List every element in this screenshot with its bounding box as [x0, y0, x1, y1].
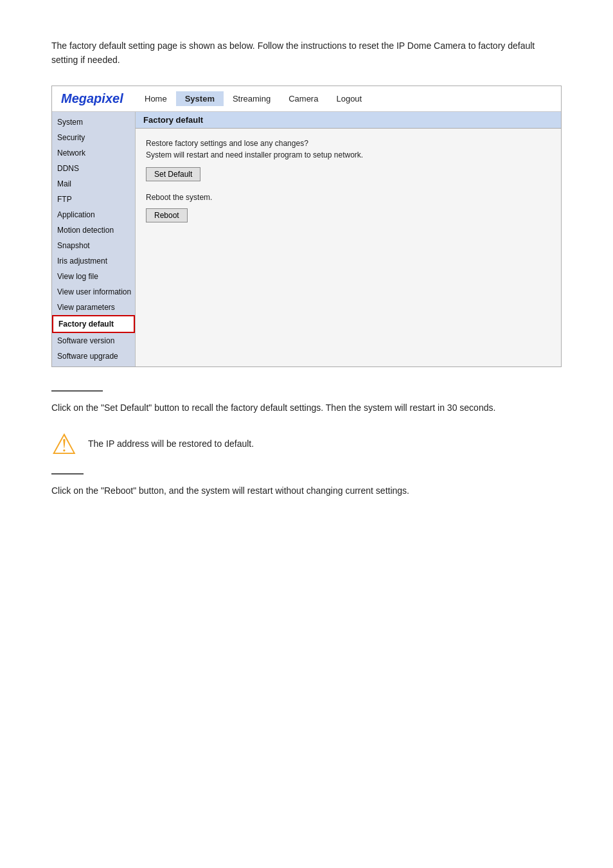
restore-desc-line2: System will restart and need installer p…: [146, 150, 363, 159]
sidebar-item-ftp[interactable]: FTP: [52, 192, 135, 207]
nav-home[interactable]: Home: [136, 91, 176, 106]
intro-paragraph: The factory default setting page is show…: [51, 39, 562, 68]
sidebar-item-ddns[interactable]: DDNS: [52, 161, 135, 176]
section-divider-1: [51, 390, 103, 392]
reboot-button[interactable]: Reboot: [146, 208, 188, 222]
sidebar-item-software-upgrade[interactable]: Software upgrade: [52, 348, 135, 364]
nav-items: Home System Streaming Camera Logout: [136, 91, 371, 106]
sidebar-item-view-user-information[interactable]: View user information: [52, 284, 135, 300]
nav-logout[interactable]: Logout: [327, 91, 371, 106]
warning-text: The IP address will be restored to defau…: [88, 439, 254, 449]
set-default-description: Click on the "Set Default" button to rec…: [51, 401, 562, 416]
sidebar-item-motion-detection[interactable]: Motion detection: [52, 222, 135, 238]
sidebar-item-mail[interactable]: Mail: [52, 176, 135, 192]
brand-logo: Megapixel: [52, 89, 136, 109]
restore-description: Restore factory settings and lose any ch…: [146, 138, 551, 161]
sidebar: System Security Network DDNS Mail FTP Ap…: [52, 112, 136, 366]
nav-system[interactable]: System: [176, 91, 224, 106]
nav-bar: Megapixel Home System Streaming Camera L…: [52, 86, 561, 112]
nav-streaming[interactable]: Streaming: [224, 91, 280, 106]
reboot-section-description: Click on the "Reboot" button, and the sy…: [51, 484, 562, 499]
sidebar-item-network[interactable]: Network: [52, 145, 135, 161]
sidebar-item-snapshot[interactable]: Snapshot: [52, 238, 135, 253]
set-default-button[interactable]: Set Default: [146, 167, 200, 181]
sidebar-item-iris-adjustment[interactable]: Iris adjustment: [52, 253, 135, 269]
content-header: Factory default: [136, 112, 561, 129]
camera-ui-frame: Megapixel Home System Streaming Camera L…: [51, 86, 562, 367]
warning-box: ⚠ The IP address will be restored to def…: [51, 428, 562, 460]
restore-desc-line1: Restore factory settings and lose any ch…: [146, 139, 308, 148]
main-content: System Security Network DDNS Mail FTP Ap…: [52, 112, 561, 366]
sidebar-item-application[interactable]: Application: [52, 207, 135, 222]
sidebar-item-view-parameters[interactable]: View parameters: [52, 300, 135, 315]
section-divider-2: [51, 473, 84, 475]
sidebar-item-view-log-file[interactable]: View log file: [52, 269, 135, 284]
nav-camera[interactable]: Camera: [280, 91, 327, 106]
sidebar-item-system[interactable]: System: [52, 114, 135, 130]
content-panel: Factory default Restore factory settings…: [136, 112, 561, 366]
reboot-description: Reboot the system.: [146, 193, 551, 202]
sidebar-item-security[interactable]: Security: [52, 130, 135, 145]
sidebar-item-software-version[interactable]: Software version: [52, 333, 135, 348]
sidebar-item-factory-default[interactable]: Factory default: [52, 315, 135, 333]
content-body: Restore factory settings and lose any ch…: [136, 129, 561, 333]
warning-icon: ⚠: [51, 428, 76, 460]
